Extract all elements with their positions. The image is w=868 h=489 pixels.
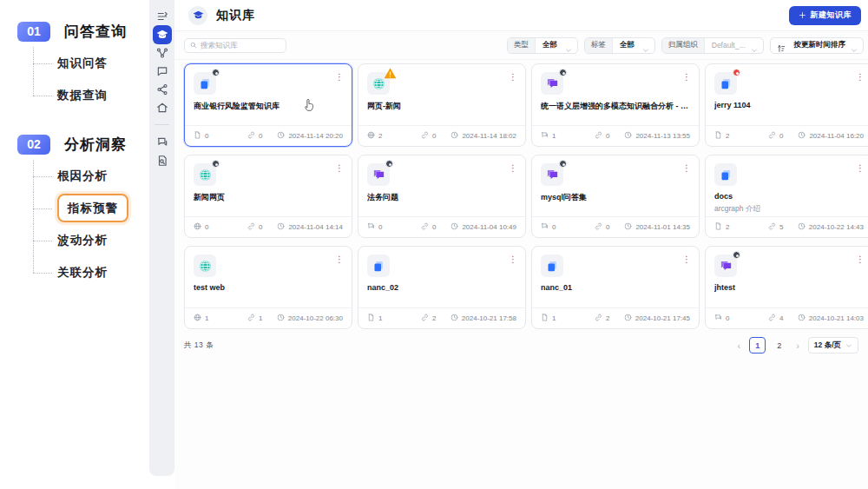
kebab-menu-icon[interactable]: ⋮ <box>509 73 517 82</box>
highlight-box: 指标预警 <box>57 194 128 222</box>
link-count-icon <box>595 131 602 141</box>
tree-connector <box>33 96 52 96</box>
web-count-icon <box>194 314 201 323</box>
kebab-menu-icon[interactable]: ⋮ <box>509 255 517 264</box>
doc-type-icon <box>714 72 737 95</box>
knowledge-base-icon[interactable] <box>153 25 172 44</box>
tree-connector <box>33 208 52 209</box>
sidebar-item[interactable]: 指标预警 <box>0 192 149 224</box>
filter-2[interactable]: 标签全部 <box>584 37 655 54</box>
kebab-menu-icon[interactable]: ⋮ <box>682 255 691 264</box>
share-nodes-icon[interactable] <box>155 83 168 96</box>
card-title: 新闻网页 <box>194 192 343 203</box>
kebab-menu-icon[interactable]: ⋮ <box>682 164 691 173</box>
chat-type-icon <box>541 163 563 186</box>
knowledge-base-grid: ⋮商业银行风险监管知识库002024-11-14 20:20⋮网页-新闻2020… <box>174 60 868 329</box>
card-title: 统一语义层增强的多模态知识融合分析 - 问答 <box>541 101 690 112</box>
link-count: 0 <box>259 132 262 140</box>
prev-page-button[interactable]: ‹ <box>735 340 742 351</box>
filter-1[interactable]: 类型全部 <box>507 37 578 54</box>
page-size-select[interactable]: 12 条/页 <box>808 337 858 354</box>
warning-badge-icon <box>384 67 393 76</box>
kebab-menu-icon[interactable]: ⋮ <box>856 255 865 264</box>
item-count: 2 <box>726 223 729 231</box>
knowledge-base-card[interactable]: ⋮nanc_01122024-10-21 17:45 <box>531 246 700 329</box>
doc-search-icon[interactable] <box>155 154 168 167</box>
knowledge-base-card[interactable]: ⋮jerry 1104202024-11-04 16:20 <box>705 63 868 147</box>
card-footer: 202024-11-14 18:02 <box>358 125 525 146</box>
knowledge-base-card[interactable]: ⋮法务问题002024-11-04 10:49 <box>358 155 526 238</box>
kebab-menu-icon[interactable]: ⋮ <box>335 164 344 173</box>
web-type-icon <box>367 72 390 95</box>
sidebar-item[interactable]: 关联分析 <box>0 256 149 288</box>
knowledge-base-card[interactable]: ⋮jhtest042024-10-21 14:03 <box>705 246 868 329</box>
link-count: 2 <box>432 314 436 322</box>
card-footer: 122024-10-21 17:58 <box>358 307 525 328</box>
next-page-button[interactable]: › <box>794 340 801 351</box>
filter-3[interactable]: 归属组织Default_... <box>661 37 764 54</box>
chat-count-icon <box>367 222 375 232</box>
panel-toggle-icon[interactable] <box>155 10 168 23</box>
knowledge-base-card[interactable]: ⋮网页-新闻202024-11-14 18:02 <box>358 63 526 147</box>
clock-icon <box>624 222 632 232</box>
toolbar: 类型全部标签全部归属组织Default_...按更新时间排序 <box>174 31 868 60</box>
updated-date: 2024-10-22 14:43 <box>809 223 864 231</box>
messages-icon[interactable] <box>155 135 168 149</box>
main-content: 知识库 新建知识库 类型全部标签全部归属组织Default_...按更新时间排序… <box>174 0 868 489</box>
sort-select[interactable]: 按更新时间排序 <box>770 37 865 54</box>
updated-date: 2024-11-04 16:20 <box>809 132 864 140</box>
kebab-menu-icon[interactable]: ⋮ <box>682 73 691 82</box>
home-icon[interactable] <box>155 101 168 114</box>
card-title: nanc_02 <box>367 283 516 292</box>
new-knowledge-base-button[interactable]: 新建知识库 <box>789 6 862 25</box>
clock-icon <box>277 314 285 323</box>
private-badge-icon <box>733 251 740 259</box>
link-count: 0 <box>432 223 436 231</box>
link-count-icon <box>247 222 255 232</box>
filter-value: 全部 <box>536 40 565 50</box>
link-count: 4 <box>779 314 783 322</box>
sort-icon <box>777 41 786 50</box>
item-count: 1 <box>378 314 382 322</box>
knowledge-base-card[interactable]: ⋮统一语义层增强的多模态知识融合分析 - 问答102024-11-13 13:5… <box>531 63 700 147</box>
web-type-icon <box>194 163 216 186</box>
search-input[interactable] <box>201 41 280 50</box>
card-subtitle: arcgraph 介绍 <box>714 204 864 215</box>
sidebar-item[interactable]: 根因分析 <box>0 160 149 192</box>
sidebar-item[interactable]: 波动分析 <box>0 224 149 256</box>
link-count: 0 <box>606 223 609 231</box>
link-count-icon <box>421 131 429 141</box>
kebab-menu-icon[interactable]: ⋮ <box>509 164 517 173</box>
updated-date: 2024-11-14 18:02 <box>462 132 516 140</box>
kebab-menu-icon[interactable]: ⋮ <box>335 255 344 264</box>
item-count: 0 <box>378 223 382 231</box>
kebab-menu-icon[interactable]: ⋮ <box>335 73 344 82</box>
private-badge-icon <box>385 160 393 168</box>
doc-count-icon <box>194 131 201 141</box>
doc-count-icon <box>367 314 375 323</box>
updated-date: 2024-10-21 14:03 <box>809 314 864 322</box>
kebab-menu-icon[interactable]: ⋮ <box>856 73 865 82</box>
chat-icon[interactable] <box>155 64 168 77</box>
chevron-down-icon <box>565 42 572 49</box>
knowledge-base-card[interactable]: ⋮nanc_02122024-10-21 17:58 <box>358 246 526 329</box>
link-count: 0 <box>606 132 609 140</box>
link-count: 0 <box>432 132 436 140</box>
knowledge-base-card[interactable]: ⋮docsarcgraph 介绍252024-10-22 14:43 <box>705 155 868 238</box>
link-count-icon <box>247 314 255 323</box>
clock-icon <box>450 314 458 323</box>
card-title: nanc_01 <box>541 283 690 292</box>
knowledge-base-card[interactable]: ⋮新闻网页002024-11-04 14:14 <box>184 155 352 238</box>
knowledge-base-card[interactable]: ⋮商业银行风险监管知识库002024-11-14 20:20 <box>184 63 352 147</box>
knowledge-base-logo-icon <box>188 6 207 25</box>
knowledge-base-card[interactable]: ⋮mysql问答集002024-11-01 14:35 <box>531 155 700 238</box>
sidebar-item[interactable]: 知识问答 <box>0 47 149 79</box>
card-footer: 002024-11-04 10:49 <box>358 216 525 237</box>
page-button-2[interactable]: 2 <box>771 337 787 354</box>
page-button-1[interactable]: 1 <box>749 337 766 354</box>
workflow-icon[interactable] <box>155 46 168 59</box>
sidebar-item[interactable]: 数据查询 <box>0 79 149 111</box>
doc-type-icon <box>541 254 563 277</box>
knowledge-base-card[interactable]: ⋮test web112024-10-22 06:30 <box>184 246 352 329</box>
kebab-menu-icon[interactable]: ⋮ <box>856 164 865 173</box>
